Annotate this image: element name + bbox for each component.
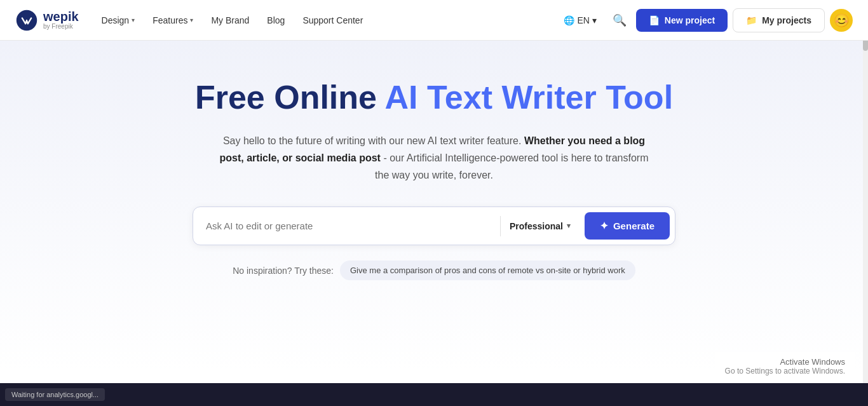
avatar[interactable]: 😊 — [830, 9, 853, 32]
nav-design[interactable]: Design ▾ — [94, 10, 143, 30]
new-project-button[interactable]: 📄 New project — [636, 9, 728, 32]
hero-title-highlight: AI Text Writer Tool — [385, 79, 674, 116]
avatar-emoji: 😊 — [834, 13, 850, 28]
language-button[interactable]: 🌐 EN ▾ — [557, 11, 602, 29]
hero-section: Free Online AI Text Writer Tool Say hell… — [0, 41, 868, 371]
nav-blog-label: Blog — [267, 15, 285, 25]
hero-subtitle-normal2: - our Artificial Intelligence-powered to… — [375, 152, 648, 180]
nav-support[interactable]: Support Center — [295, 10, 370, 30]
search-icon: 🔍 — [613, 13, 627, 27]
hero-title-part1: Free Online — [195, 79, 385, 116]
nav-features-label: Features — [153, 15, 187, 25]
tone-label: Professional — [510, 221, 563, 231]
taskbar: Waiting for analytics.googl... — [0, 383, 868, 406]
features-chevron-icon: ▾ — [190, 17, 193, 24]
globe-icon: 🌐 — [564, 15, 574, 25]
nav-mybrand-label: My Brand — [211, 15, 249, 25]
logo-link[interactable]: wepik by Freepik — [15, 9, 79, 32]
design-chevron-icon: ▾ — [132, 17, 135, 24]
hero-subtitle: Say hello to the future of writing with … — [218, 132, 650, 184]
taskbar-status-label: Waiting for analytics.googl... — [11, 391, 98, 398]
generate-star-icon: ✦ — [600, 220, 608, 232]
new-project-label: New project — [665, 15, 715, 25]
nav-features[interactable]: Features ▾ — [145, 10, 201, 30]
scrollbar[interactable] — [863, 0, 868, 406]
tone-chevron-icon: ▾ — [567, 222, 571, 230]
logo-text: wepik by Freepik — [43, 10, 79, 30]
tone-selector[interactable]: Professional ▾ — [500, 216, 580, 236]
suggestion-chip-1[interactable]: Give me a comparison of pros and cons of… — [340, 261, 635, 280]
nav-mybrand[interactable]: My Brand — [203, 10, 257, 30]
hero-title: Free Online AI Text Writer Tool — [13, 79, 855, 117]
nav-links: Design ▾ Features ▾ My Brand Blog Suppor… — [94, 10, 553, 30]
generate-label: Generate — [613, 220, 654, 231]
navbar: wepik by Freepik Design ▾ Features ▾ My … — [0, 0, 868, 41]
language-label: EN — [577, 15, 589, 25]
suggestions-row: No inspiration? Try these: Give me a com… — [13, 261, 855, 280]
language-chevron-icon: ▾ — [592, 15, 597, 25]
nav-blog[interactable]: Blog — [259, 10, 292, 30]
generate-button[interactable]: ✦ Generate — [585, 212, 670, 240]
logo-freepik-label: by Freepik — [43, 23, 79, 30]
nav-support-label: Support Center — [302, 15, 363, 25]
logo-wepik-label: wepik — [43, 10, 79, 23]
nav-right: 🌐 EN ▾ 🔍 📄 New project 📁 My projects 😊 — [557, 8, 853, 32]
ai-input-container: Professional ▾ ✦ Generate — [193, 206, 675, 245]
nav-design-label: Design — [102, 15, 130, 25]
search-button[interactable]: 🔍 — [608, 9, 631, 32]
my-projects-button[interactable]: 📁 My projects — [733, 8, 825, 32]
taskbar-status: Waiting for analytics.googl... — [5, 388, 105, 401]
hero-subtitle-normal1: Say hello to the future of writing with … — [223, 135, 522, 146]
folder-icon: 📁 — [746, 15, 757, 25]
ai-text-input[interactable] — [206, 220, 495, 231]
my-projects-label: My projects — [762, 15, 811, 25]
new-project-icon: 📄 — [649, 15, 660, 25]
wepik-logo-icon — [15, 9, 38, 32]
suggestions-label: No inspiration? Try these: — [233, 266, 334, 276]
